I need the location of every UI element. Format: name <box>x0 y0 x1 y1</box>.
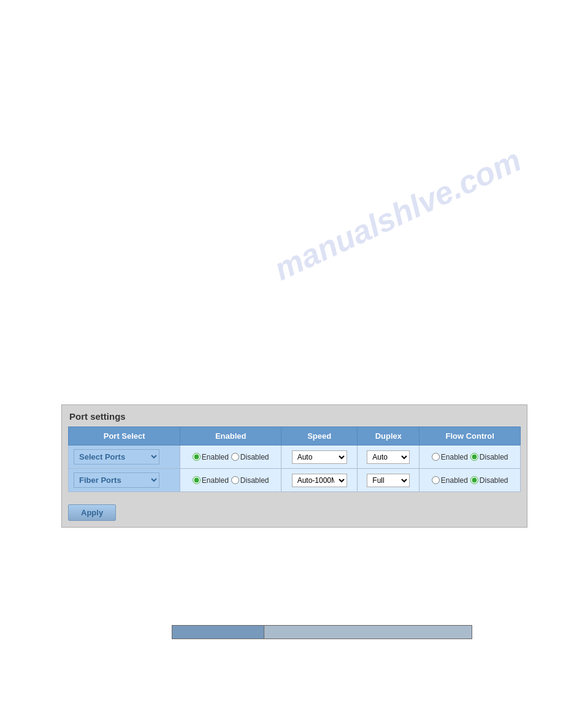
apply-button[interactable]: Apply <box>68 504 116 521</box>
radio-flow-enabled-1[interactable] <box>432 476 440 484</box>
col-header-port-select: Port Select <box>69 427 180 446</box>
col-header-enabled: Enabled <box>180 427 282 446</box>
label-flow-disabled-0[interactable]: Disabled <box>470 453 508 461</box>
label-flow-enabled-0[interactable]: Enabled <box>432 453 468 461</box>
label-enabled-0[interactable]: Enabled <box>193 453 229 461</box>
label-disabled-enabled-1[interactable]: Disabled <box>231 476 269 485</box>
port-settings-panel: Port settings Port Select Enabled Speed … <box>61 404 527 528</box>
radio-flow-enabled-0[interactable] <box>432 453 440 461</box>
radio-disabled-enabled-0[interactable] <box>231 453 239 461</box>
bottom-table <box>172 625 472 639</box>
table-row: Fiber PortsEnabledDisabledAuto-1000M1000… <box>69 469 521 492</box>
bottom-table-col1 <box>172 626 264 639</box>
table-row: Select PortsEnabledDisabledAuto10M100M10… <box>69 446 521 469</box>
duplex-dropdown-1[interactable]: FullHalf <box>367 474 410 487</box>
label-enabled-1[interactable]: Enabled <box>193 476 229 485</box>
radio-flow-disabled-0[interactable] <box>470 453 478 461</box>
radio-flow-disabled-1[interactable] <box>470 476 478 484</box>
label-flow-disabled-1[interactable]: Disabled <box>470 476 508 485</box>
port-select-dropdown-0[interactable]: Select Ports <box>74 449 159 464</box>
watermark: manualshlve.com <box>269 142 527 288</box>
bottom-table-container <box>172 625 472 639</box>
speed-dropdown-1[interactable]: Auto-1000M1000M Full <box>292 474 347 487</box>
port-select-dropdown-1[interactable]: Fiber Ports <box>74 472 159 488</box>
port-settings-title: Port settings <box>68 411 521 422</box>
radio-disabled-enabled-1[interactable] <box>231 476 239 484</box>
radio-enabled-0[interactable] <box>193 453 201 461</box>
bottom-table-col2 <box>264 626 472 639</box>
table-row <box>172 626 472 639</box>
label-flow-enabled-1[interactable]: Enabled <box>432 476 468 485</box>
radio-enabled-1[interactable] <box>193 476 201 484</box>
col-header-duplex: Duplex <box>358 427 419 446</box>
port-settings-table: Port Select Enabled Speed Duplex Flow Co… <box>68 427 521 492</box>
speed-dropdown-0[interactable]: Auto10M100M1000M <box>292 450 347 464</box>
col-header-speed: Speed <box>282 427 358 446</box>
duplex-dropdown-0[interactable]: AutoFullHalf <box>367 450 410 464</box>
label-disabled-enabled-0[interactable]: Disabled <box>231 453 269 461</box>
col-header-flow-control: Flow Control <box>419 427 521 446</box>
